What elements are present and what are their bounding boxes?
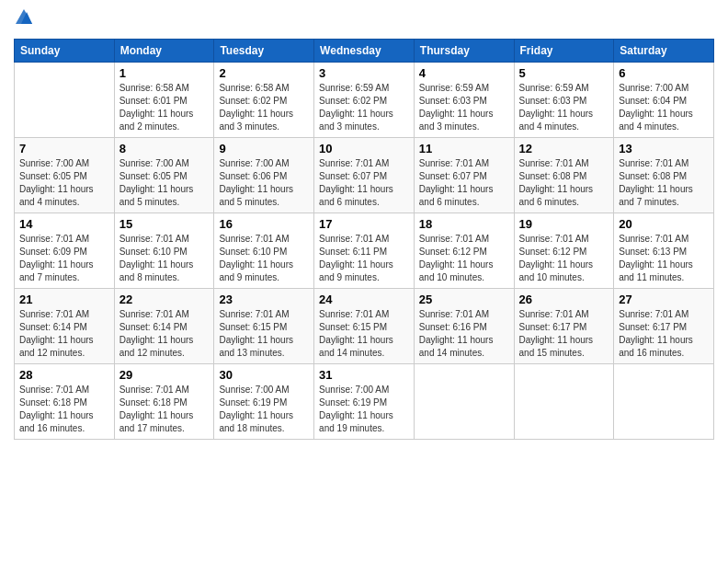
day-info: Sunrise: 7:01 AM Sunset: 6:10 PM Dayligh…: [219, 233, 309, 284]
day-cell: 8Sunrise: 7:00 AM Sunset: 6:05 PM Daylig…: [114, 138, 214, 213]
week-row-2: 14Sunrise: 7:01 AM Sunset: 6:09 PM Dayli…: [15, 213, 714, 289]
day-info: Sunrise: 7:01 AM Sunset: 6:18 PM Dayligh…: [119, 384, 210, 435]
day-info: Sunrise: 6:59 AM Sunset: 6:02 PM Dayligh…: [319, 82, 409, 133]
day-number: 15: [119, 217, 210, 231]
day-cell: 11Sunrise: 7:01 AM Sunset: 6:07 PM Dayli…: [414, 138, 514, 213]
day-number: 20: [619, 217, 709, 231]
day-cell: 20Sunrise: 7:01 AM Sunset: 6:13 PM Dayli…: [614, 213, 714, 289]
day-cell: 7Sunrise: 7:00 AM Sunset: 6:05 PM Daylig…: [15, 138, 115, 213]
day-number: 5: [519, 66, 609, 80]
day-info: Sunrise: 7:01 AM Sunset: 6:10 PM Dayligh…: [119, 233, 210, 284]
day-cell: 25Sunrise: 7:01 AM Sunset: 6:16 PM Dayli…: [414, 289, 514, 364]
day-cell: 31Sunrise: 7:00 AM Sunset: 6:19 PM Dayli…: [314, 364, 415, 440]
day-info: Sunrise: 7:00 AM Sunset: 6:04 PM Dayligh…: [619, 82, 709, 133]
day-number: 26: [519, 293, 609, 306]
day-cell: 6Sunrise: 7:00 AM Sunset: 6:04 PM Daylig…: [614, 63, 714, 138]
day-cell: 18Sunrise: 7:01 AM Sunset: 6:12 PM Dayli…: [414, 213, 514, 289]
day-info: Sunrise: 7:01 AM Sunset: 6:12 PM Dayligh…: [519, 233, 609, 284]
day-number: 16: [219, 217, 309, 231]
day-number: 2: [219, 66, 309, 80]
day-cell: 26Sunrise: 7:01 AM Sunset: 6:17 PM Dayli…: [514, 289, 614, 364]
day-number: 19: [519, 217, 609, 231]
day-number: 7: [19, 142, 109, 155]
day-header-monday: Monday: [114, 40, 214, 63]
day-number: 1: [119, 66, 210, 80]
day-cell: 30Sunrise: 7:00 AM Sunset: 6:19 PM Dayli…: [214, 364, 314, 440]
day-info: Sunrise: 7:01 AM Sunset: 6:07 PM Dayligh…: [419, 157, 509, 209]
day-header-friday: Friday: [514, 40, 614, 63]
day-number: 18: [419, 217, 509, 231]
day-info: Sunrise: 6:59 AM Sunset: 6:03 PM Dayligh…: [519, 82, 609, 133]
day-number: 10: [319, 142, 409, 155]
day-info: Sunrise: 7:01 AM Sunset: 6:11 PM Dayligh…: [319, 233, 409, 284]
day-number: 9: [219, 142, 309, 155]
day-number: 6: [619, 66, 709, 80]
day-cell: 9Sunrise: 7:00 AM Sunset: 6:06 PM Daylig…: [214, 138, 314, 213]
calendar-body: 1Sunrise: 6:58 AM Sunset: 6:01 PM Daylig…: [15, 63, 714, 440]
day-info: Sunrise: 7:01 AM Sunset: 6:08 PM Dayligh…: [619, 157, 709, 209]
day-info: Sunrise: 6:58 AM Sunset: 6:01 PM Dayligh…: [119, 82, 210, 133]
day-number: 31: [319, 368, 409, 382]
day-cell: 13Sunrise: 7:01 AM Sunset: 6:08 PM Dayli…: [614, 138, 714, 213]
week-row-4: 28Sunrise: 7:01 AM Sunset: 6:18 PM Dayli…: [15, 364, 714, 440]
page: SundayMondayTuesdayWednesdayThursdayFrid…: [0, 0, 728, 563]
header: [14, 9, 714, 31]
day-cell: 5Sunrise: 6:59 AM Sunset: 6:03 PM Daylig…: [514, 63, 614, 138]
day-info: Sunrise: 7:01 AM Sunset: 6:15 PM Dayligh…: [319, 308, 409, 360]
day-cell: 23Sunrise: 7:01 AM Sunset: 6:15 PM Dayli…: [214, 289, 314, 364]
day-info: Sunrise: 7:01 AM Sunset: 6:09 PM Dayligh…: [19, 233, 109, 284]
day-cell: 2Sunrise: 6:58 AM Sunset: 6:02 PM Daylig…: [214, 63, 314, 138]
day-cell: 22Sunrise: 7:01 AM Sunset: 6:14 PM Dayli…: [114, 289, 214, 364]
day-number: 23: [219, 293, 309, 306]
day-info: Sunrise: 7:01 AM Sunset: 6:17 PM Dayligh…: [619, 308, 709, 360]
day-cell: 12Sunrise: 7:01 AM Sunset: 6:08 PM Dayli…: [514, 138, 614, 213]
day-cell: [414, 364, 514, 440]
day-info: Sunrise: 7:01 AM Sunset: 6:18 PM Dayligh…: [19, 384, 109, 435]
day-cell: 3Sunrise: 6:59 AM Sunset: 6:02 PM Daylig…: [314, 63, 415, 138]
week-row-1: 7Sunrise: 7:00 AM Sunset: 6:05 PM Daylig…: [15, 138, 714, 213]
day-number: 3: [319, 66, 409, 80]
day-number: 21: [19, 293, 109, 306]
day-header-saturday: Saturday: [614, 40, 714, 63]
day-cell: 27Sunrise: 7:01 AM Sunset: 6:17 PM Dayli…: [614, 289, 714, 364]
calendar-table: SundayMondayTuesdayWednesdayThursdayFrid…: [14, 39, 714, 440]
day-info: Sunrise: 7:01 AM Sunset: 6:12 PM Dayligh…: [419, 233, 509, 284]
day-number: 29: [119, 368, 210, 382]
day-number: 17: [319, 217, 409, 231]
day-cell: 16Sunrise: 7:01 AM Sunset: 6:10 PM Dayli…: [214, 213, 314, 289]
day-cell: [514, 364, 614, 440]
day-info: Sunrise: 6:58 AM Sunset: 6:02 PM Dayligh…: [219, 82, 309, 133]
day-cell: 24Sunrise: 7:01 AM Sunset: 6:15 PM Dayli…: [314, 289, 415, 364]
day-info: Sunrise: 7:00 AM Sunset: 6:05 PM Dayligh…: [19, 157, 109, 209]
day-header-sunday: Sunday: [15, 40, 115, 63]
day-cell: 10Sunrise: 7:01 AM Sunset: 6:07 PM Dayli…: [314, 138, 415, 213]
day-info: Sunrise: 7:00 AM Sunset: 6:06 PM Dayligh…: [219, 157, 309, 209]
day-info: Sunrise: 7:01 AM Sunset: 6:14 PM Dayligh…: [119, 308, 210, 360]
day-cell: 15Sunrise: 7:01 AM Sunset: 6:10 PM Dayli…: [114, 213, 214, 289]
day-info: Sunrise: 7:01 AM Sunset: 6:08 PM Dayligh…: [519, 157, 609, 209]
day-cell: 21Sunrise: 7:01 AM Sunset: 6:14 PM Dayli…: [15, 289, 115, 364]
day-cell: 17Sunrise: 7:01 AM Sunset: 6:11 PM Dayli…: [314, 213, 415, 289]
days-header-row: SundayMondayTuesdayWednesdayThursdayFrid…: [15, 40, 714, 63]
day-cell: 1Sunrise: 6:58 AM Sunset: 6:01 PM Daylig…: [114, 63, 214, 138]
day-number: 11: [419, 142, 509, 155]
day-info: Sunrise: 6:59 AM Sunset: 6:03 PM Dayligh…: [419, 82, 509, 133]
day-header-wednesday: Wednesday: [314, 40, 415, 63]
day-header-thursday: Thursday: [414, 40, 514, 63]
logo: [14, 9, 36, 31]
day-cell: 14Sunrise: 7:01 AM Sunset: 6:09 PM Dayli…: [15, 213, 115, 289]
day-cell: 28Sunrise: 7:01 AM Sunset: 6:18 PM Dayli…: [15, 364, 115, 440]
day-info: Sunrise: 7:01 AM Sunset: 6:07 PM Dayligh…: [319, 157, 409, 209]
day-info: Sunrise: 7:01 AM Sunset: 6:17 PM Dayligh…: [519, 308, 609, 360]
day-info: Sunrise: 7:01 AM Sunset: 6:14 PM Dayligh…: [19, 308, 109, 360]
day-cell: 4Sunrise: 6:59 AM Sunset: 6:03 PM Daylig…: [414, 63, 514, 138]
week-row-3: 21Sunrise: 7:01 AM Sunset: 6:14 PM Dayli…: [15, 289, 714, 364]
day-cell: 19Sunrise: 7:01 AM Sunset: 6:12 PM Dayli…: [514, 213, 614, 289]
logo-icon: [14, 7, 34, 28]
day-info: Sunrise: 7:01 AM Sunset: 6:15 PM Dayligh…: [219, 308, 309, 360]
day-number: 25: [419, 293, 509, 306]
day-number: 30: [219, 368, 309, 382]
day-info: Sunrise: 7:00 AM Sunset: 6:19 PM Dayligh…: [219, 384, 309, 435]
day-number: 8: [119, 142, 210, 155]
week-row-0: 1Sunrise: 6:58 AM Sunset: 6:01 PM Daylig…: [15, 63, 714, 138]
